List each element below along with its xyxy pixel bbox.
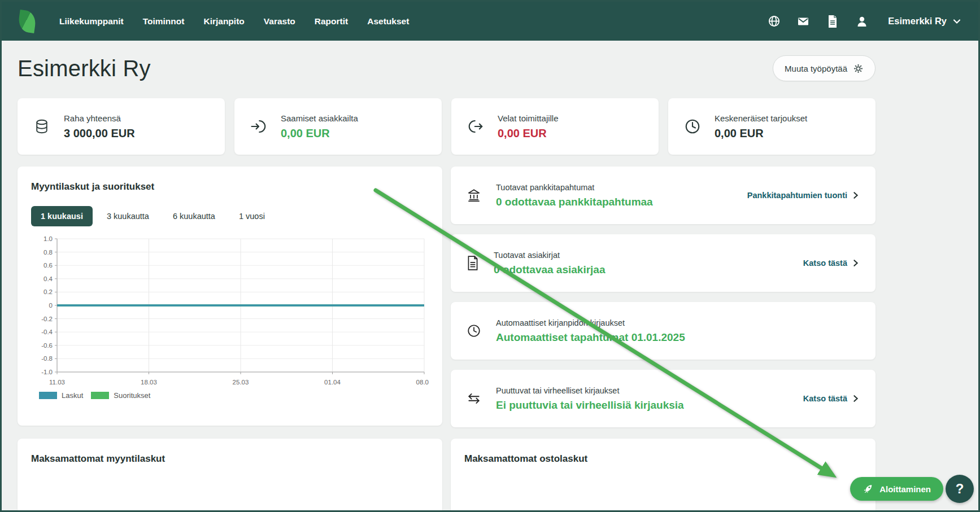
arrow-out-icon xyxy=(467,118,484,135)
question-mark-icon: ? xyxy=(956,481,964,497)
chevron-right-icon xyxy=(852,191,860,199)
tab-1-year[interactable]: 1 vuosi xyxy=(229,206,275,226)
bank-icon xyxy=(467,188,481,203)
nav-item-toiminnot[interactable]: Toiminnot xyxy=(143,16,185,27)
svg-text:0.8: 0.8 xyxy=(43,249,53,256)
nav-utilities: Esimerkki Ry xyxy=(767,15,961,28)
gear-icon xyxy=(853,63,864,74)
stat-card-receivables[interactable]: Saamiset asiakkailta 0,00 EUR xyxy=(234,98,442,155)
page-title: Esimerkki Ry xyxy=(18,56,151,81)
nav-item-raportit[interactable]: Raportit xyxy=(315,16,348,27)
svg-text:-1.0: -1.0 xyxy=(41,369,53,375)
chart-legend: Laskut Suoritukset xyxy=(31,391,429,400)
main-menu: Liikekumppanit Toiminnot Kirjanpito Vara… xyxy=(59,16,409,27)
legend-item-suoritukset: Suoritukset xyxy=(91,391,150,400)
info-value: 0 odottavaa asiakirjaa xyxy=(494,264,606,276)
info-value: Automaattiset tapahtumat 01.01.2025 xyxy=(496,331,685,344)
unpaid-purchase-invoices-panel: Maksamattomat ostolaskut xyxy=(451,439,876,512)
legend-swatch-laskut xyxy=(39,392,57,399)
getting-started-button[interactable]: Aloittaminen xyxy=(850,477,943,501)
svg-text:1.0: 1.0 xyxy=(43,235,53,242)
nav-item-asetukset[interactable]: Asetukset xyxy=(367,16,409,27)
svg-text:18.03: 18.03 xyxy=(141,379,157,386)
document-icon[interactable] xyxy=(826,15,839,28)
info-value: 0 odottavaa pankkitapahtumaa xyxy=(496,196,653,208)
unpaid-sales-invoices-title: Maksamattomat myyntilaskut xyxy=(31,453,429,465)
stat-value: 0,00 EUR xyxy=(498,127,559,140)
document-icon xyxy=(467,256,479,270)
svg-text:0.6: 0.6 xyxy=(43,262,53,269)
change-desktop-label: Muuta työpöytää xyxy=(785,64,847,73)
nav-item-varasto[interactable]: Varasto xyxy=(264,16,295,27)
info-value: Ei puuttuvia tai virheellisiä kirjauksia xyxy=(496,399,684,412)
help-button[interactable]: ? xyxy=(946,475,974,503)
user-icon[interactable] xyxy=(855,15,869,28)
legend-swatch-suoritukset xyxy=(91,392,109,399)
svg-text:-0.4: -0.4 xyxy=(41,329,53,335)
stat-label: Velat toimittajille xyxy=(498,113,559,123)
svg-text:0.4: 0.4 xyxy=(43,275,53,282)
change-desktop-button[interactable]: Muuta työpöytää xyxy=(773,55,876,81)
info-label: Automaattiset kirjanpidon kirjaukset xyxy=(496,318,685,327)
stat-label: Keskeneräiset tarjoukset xyxy=(715,113,807,123)
info-card-bank-transactions[interactable]: Tuotavat pankkitapahtumat 0 odottavaa pa… xyxy=(451,167,876,224)
swap-icon xyxy=(467,391,481,406)
unpaid-purchase-invoices-title: Maksamattomat ostolaskut xyxy=(464,453,862,465)
getting-started-label: Aloittaminen xyxy=(879,484,931,494)
svg-text:11.03: 11.03 xyxy=(49,379,65,386)
info-card-automatic-entries[interactable]: Automaattiset kirjanpidon kirjaukset Aut… xyxy=(451,302,876,360)
arrow-in-icon xyxy=(250,118,267,135)
sales-chart: 1.00.80.60.40.20-0.2-0.4-0.6-0.8-1.011.0… xyxy=(31,234,429,400)
rocket-icon xyxy=(863,483,874,495)
svg-text:25.03: 25.03 xyxy=(233,379,249,386)
clock-icon xyxy=(684,118,701,135)
info-label: Puuttuvat tai virheelliset kirjaukset xyxy=(496,386,684,395)
sales-chart-panel: Myyntilaskut ja suoritukset 1 kuukausi 3… xyxy=(18,167,442,426)
info-card-missing-entries[interactable]: Puuttuvat tai virheelliset kirjaukset Ei… xyxy=(451,370,876,427)
mail-icon[interactable] xyxy=(796,15,810,28)
stat-card-row: Raha yhteensä 3 000,00 EUR Saamiset asia… xyxy=(18,98,876,155)
svg-text:-0.8: -0.8 xyxy=(41,355,53,362)
chart-range-tabs: 1 kuukausi 3 kuukautta 6 kuukautta 1 vuo… xyxy=(31,206,429,226)
svg-text:0: 0 xyxy=(49,302,53,309)
account-menu[interactable]: Esimerkki Ry xyxy=(888,16,961,27)
stat-card-open-offers[interactable]: Keskeneräiset tarjoukset 0,00 EUR xyxy=(668,98,876,155)
bank-import-link[interactable]: Pankkitapahtumien tuonti xyxy=(747,191,860,200)
svg-text:-0.2: -0.2 xyxy=(41,316,53,322)
stat-label: Raha yhteensä xyxy=(64,113,135,123)
svg-text:01.04: 01.04 xyxy=(324,379,341,386)
svg-text:0.2: 0.2 xyxy=(43,288,53,295)
documents-link[interactable]: Katso tästä xyxy=(803,259,860,268)
stat-card-payables[interactable]: Velat toimittajille 0,00 EUR xyxy=(451,98,659,155)
info-label: Tuotavat asiakirjat xyxy=(494,251,606,260)
stat-value: 3 000,00 EUR xyxy=(64,127,135,140)
clock-icon xyxy=(467,323,481,338)
sales-chart-title: Myyntilaskut ja suoritukset xyxy=(31,181,429,192)
svg-text:08.04: 08.04 xyxy=(416,379,429,386)
tab-6-months[interactable]: 6 kuukautta xyxy=(163,206,225,226)
chevron-down-icon xyxy=(952,17,961,26)
info-label: Tuotavat pankkitapahtumat xyxy=(496,183,653,192)
nav-item-kirjanpito[interactable]: Kirjanpito xyxy=(203,16,244,27)
sales-chart-svg: 1.00.80.60.40.20-0.2-0.4-0.6-0.8-1.011.0… xyxy=(31,234,429,388)
chevron-right-icon xyxy=(852,395,860,402)
stat-label: Saamiset asiakkailta xyxy=(281,113,358,123)
account-name: Esimerkki Ry xyxy=(888,16,947,27)
globe-icon[interactable] xyxy=(767,15,781,28)
unpaid-sales-invoices-panel: Maksamattomat myyntilaskut xyxy=(18,439,442,512)
missing-entries-link[interactable]: Katso tästä xyxy=(803,394,860,403)
app-window: Liikekumppanit Toiminnot Kirjanpito Vara… xyxy=(0,0,980,512)
info-card-documents[interactable]: Tuotavat asiakirjat 0 odottavaa asiakirj… xyxy=(451,234,876,292)
legend-item-laskut: Laskut xyxy=(39,391,83,400)
nav-item-liikekumppanit[interactable]: Liikekumppanit xyxy=(59,16,124,27)
stat-card-cash-total[interactable]: Raha yhteensä 3 000,00 EUR xyxy=(18,98,225,155)
tab-1-month[interactable]: 1 kuukausi xyxy=(31,206,93,226)
app-logo-leaf-icon[interactable] xyxy=(18,10,37,33)
svg-text:-0.6: -0.6 xyxy=(41,342,53,349)
tab-3-months[interactable]: 3 kuukautta xyxy=(97,206,159,226)
stat-value: 0,00 EUR xyxy=(715,127,807,140)
coins-icon xyxy=(33,118,50,135)
top-navigation: Liikekumppanit Toiminnot Kirjanpito Vara… xyxy=(2,2,978,41)
stat-value: 0,00 EUR xyxy=(281,127,358,140)
chevron-right-icon xyxy=(852,259,860,267)
